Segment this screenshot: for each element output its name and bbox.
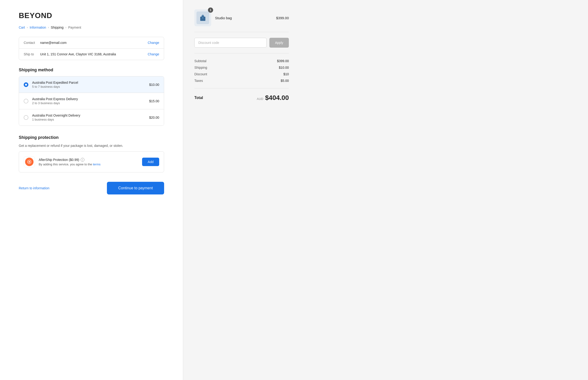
protection-desc: Get a replacement or refund if your pack… <box>19 144 164 148</box>
breadcrumb-shipping: Shipping <box>51 26 64 29</box>
total-label: Total <box>194 96 203 100</box>
breadcrumb: Cart › Information › Shipping › Payment <box>19 26 164 29</box>
option-days-1: 5 to 7 business days <box>32 85 149 88</box>
option-days-3: 1 business days <box>32 118 149 121</box>
subtotal-value: $399.00 <box>277 59 289 63</box>
terms-link[interactable]: terms <box>93 163 101 166</box>
total-price-wrap: AUD $404.00 <box>257 94 289 102</box>
taxes-label: Taxes <box>194 79 203 83</box>
contact-label: Contact <box>24 41 40 45</box>
protection-info: AfterShip Protection ($0.99) i By adding… <box>39 158 142 166</box>
breadcrumb-payment: Payment <box>68 26 81 29</box>
option-price-3: $20.00 <box>149 116 159 119</box>
option-price-2: $15.00 <box>149 99 159 103</box>
shipping-options: Australia Post Expedited Parcel 5 to 7 b… <box>19 76 164 126</box>
product-row: 1 Studio bag $399.00 <box>194 9 289 32</box>
shipping-option-1[interactable]: Australia Post Expedited Parcel 5 to 7 b… <box>19 76 164 93</box>
taxes-value: $5.00 <box>281 79 289 83</box>
aftership-icon-wrap <box>24 156 35 168</box>
shipping-value: $10.00 <box>279 66 289 69</box>
shipping-row: Shipping $10.00 <box>194 66 289 69</box>
product-image-wrap: 1 <box>194 9 211 26</box>
aftership-logo-icon <box>25 158 34 166</box>
radio-btn-3 <box>24 115 28 120</box>
radio-btn-1 <box>24 82 28 87</box>
option-name-1: Australia Post Expedited Parcel <box>32 81 149 84</box>
shipping-label: Shipping <box>194 66 207 69</box>
info-box: Contact name@email.com Change Ship to Un… <box>19 37 164 60</box>
shipto-value: Unit 1, 151 Connor Ave, Clayton VIC 3168… <box>40 52 148 56</box>
footer-actions: Return to information Continue to paymen… <box>19 182 164 194</box>
info-icon[interactable]: i <box>81 158 84 162</box>
svg-point-1 <box>29 161 30 163</box>
apply-discount-button[interactable]: Apply <box>269 38 289 48</box>
shipto-change-link[interactable]: Change <box>148 52 159 56</box>
contact-change-link[interactable]: Change <box>148 41 159 45</box>
breadcrumb-separator-2: › <box>48 26 49 29</box>
svg-point-4 <box>202 18 203 19</box>
option-name-2: Australia Post Express Delivery <box>32 97 149 101</box>
breadcrumb-cart[interactable]: Cart <box>19 26 25 29</box>
protection-terms: By adding this service, you agree to the… <box>39 163 142 166</box>
discount-value: $10 <box>283 72 289 76</box>
option-info-3: Australia Post Overnight Delivery 1 busi… <box>32 114 149 121</box>
protection-box: AfterShip Protection ($0.99) i By adding… <box>19 151 164 172</box>
breadcrumb-separator-3: › <box>65 26 66 29</box>
option-info-2: Australia Post Express Delivery 2 to 3 b… <box>32 97 149 105</box>
continue-to-payment-button[interactable]: Continue to payment <box>107 182 164 194</box>
option-name-3: Australia Post Overnight Delivery <box>32 114 149 117</box>
taxes-row: Taxes $5.00 <box>194 79 289 83</box>
protection-section: Shipping protection Get a replacement or… <box>19 135 164 172</box>
total-amount: $404.00 <box>265 94 289 102</box>
product-quantity-badge: 1 <box>208 7 213 13</box>
protection-title: Shipping protection <box>19 135 164 140</box>
protection-provider-name: AfterShip Protection ($0.99) i <box>39 158 142 162</box>
shipping-option-2[interactable]: Australia Post Express Delivery 2 to 3 b… <box>19 93 164 109</box>
radio-btn-2 <box>24 99 28 103</box>
discount-label: Discount <box>194 72 207 76</box>
contact-value: name@email.com <box>40 41 148 45</box>
breadcrumb-information[interactable]: Information <box>30 26 46 29</box>
shipping-method-title: Shipping method <box>19 68 164 73</box>
subtotal-row: Subtotal $399.00 <box>194 59 289 63</box>
product-price: $399.00 <box>276 16 289 20</box>
discount-summary-row: Discount $10 <box>194 72 289 76</box>
option-days-2: 2 to 3 business days <box>32 101 149 105</box>
option-price-1: $10.00 <box>149 83 159 87</box>
shipto-row: Ship to Unit 1, 151 Connor Ave, Clayton … <box>19 48 164 60</box>
add-protection-button[interactable]: Add <box>142 158 159 166</box>
return-to-information-link[interactable]: Return to information <box>19 186 50 190</box>
discount-code-input[interactable] <box>194 38 267 48</box>
bag-image-svg <box>197 12 209 24</box>
shipping-option-3[interactable]: Australia Post Overnight Delivery 1 busi… <box>19 109 164 126</box>
right-panel: 1 Studio bag $399.00 Apply Subtotal $399… <box>183 0 300 380</box>
contact-row: Contact name@email.com Change <box>19 37 164 48</box>
subtotal-label: Subtotal <box>194 59 206 63</box>
total-row: Total AUD $404.00 <box>194 94 289 102</box>
breadcrumb-separator-1: › <box>27 26 28 29</box>
left-panel: BEYOND Cart › Information › Shipping › P… <box>0 0 183 380</box>
discount-row: Apply <box>194 38 289 54</box>
summary-rows: Subtotal $399.00 Shipping $10.00 Discoun… <box>194 59 289 88</box>
total-currency: AUD <box>257 97 263 101</box>
shipto-label: Ship to <box>24 52 40 56</box>
option-info-1: Australia Post Expedited Parcel 5 to 7 b… <box>32 81 149 88</box>
product-name: Studio bag <box>215 16 273 20</box>
brand-logo: BEYOND <box>19 11 164 20</box>
